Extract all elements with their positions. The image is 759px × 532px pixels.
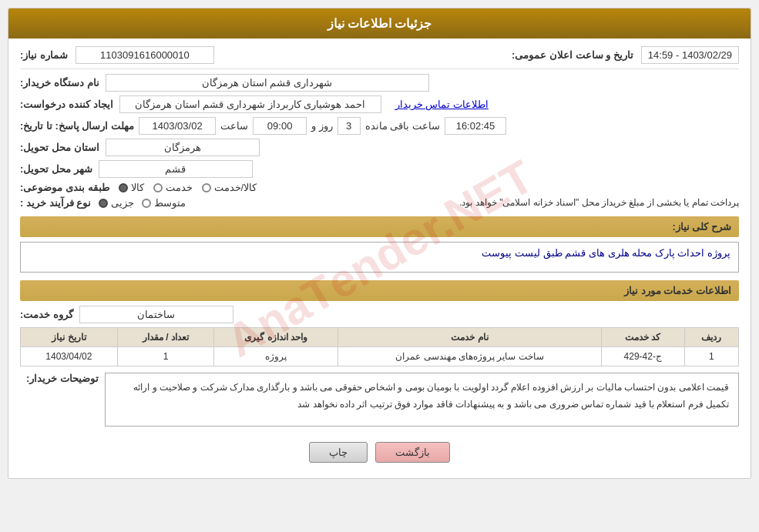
category-label: طبقه بندی موضوعی: [20,182,109,193]
announce-group: 1403/02/29 - 14:59 تاریخ و ساعت اعلان عم… [512,46,739,64]
page-container: جزئیات اطلاعات نیاز AnaТender.NET 1403/0… [0,0,759,532]
creator-value: احمد هوشیاری کاربرداز شهرداری قشم استان … [119,95,381,113]
category-khidmat-label: خدمت [166,182,193,193]
deadline-time-label: ساعت [220,120,248,132]
announce-label: تاریخ و ساعت اعلان عمومی: [512,49,633,61]
process-label: نوع فرآیند خرید : [20,197,91,209]
deadline-days-label: روز و [311,120,333,132]
print-button[interactable]: چاپ [309,442,368,463]
category-kala-radio[interactable] [119,183,128,192]
buyer-notes-box: قیمت اعلامی بدون احتساب مالیات بر ارزش ا… [105,373,739,427]
service-group-row: ساختمان گروه خدمت: [20,306,739,323]
col-header-qty: تعداد / مقدار [117,328,214,347]
deadline-remain-value: 16:02:45 [445,117,506,135]
creator-label: ایجاد کننده درخواست: [20,99,113,110]
back-button[interactable]: بازگشت [375,442,450,463]
description-box: پروژه احداث پارک محله هلری های قشم طبق ل… [20,242,739,273]
description-value: پروژه احداث پارک محله هلری های قشم طبق ل… [482,247,730,259]
cell-row: 1 [684,347,738,366]
col-header-unit: واحد اندازه گیری [214,328,338,347]
description-label: شرح کلی نیاز: [672,221,731,233]
announce-value: 1403/02/29 - 14:59 [641,46,739,64]
service-group-value: ساختمان [79,306,233,323]
province-row: هرمزگان استان محل تحویل: [20,139,739,156]
deadline-remain-label: ساعت باقی مانده [365,120,440,132]
deadline-label: مهلت ارسال پاسخ: تا تاریخ: [20,120,134,132]
col-header-row: ردیف [684,328,738,347]
process-small-label: جزیی [111,197,134,209]
col-header-name: نام خدمت [338,328,601,347]
city-label: شهر محل تحویل: [20,163,92,175]
process-medium-radio[interactable] [142,199,151,208]
need-number-label: شماره نیاز: [20,49,68,61]
creator-row: اطلاعات تماس خریدار احمد هوشیاری کاربردا… [20,95,739,113]
services-section-label: اطلاعات خدمات مورد نیاز [624,285,731,296]
category-khidmat-radio[interactable] [153,183,163,192]
notes-row: قیمت اعلامی بدون احتساب مالیات بر ارزش ا… [20,373,739,433]
page-title: جزئیات اطلاعات نیاز [327,17,432,30]
process-note: پرداخت تمام یا بخشی از مبلغ خریداز محل "… [193,197,739,208]
buyer-org-label: نام دستگاه خریدار: [20,77,99,89]
cell-date: 1403/04/02 [21,347,118,366]
col-header-code: کد خدمت [601,328,684,347]
cell-unit: پروژه [214,347,338,366]
category-row: کالا/خدمت خدمت کالا طبقه بندی موضوعی: [20,182,739,193]
action-buttons: بازگشت چاپ [20,442,739,470]
category-khidmat: خدمت [153,182,193,193]
category-kala-khidmat: کالا/خدمت [202,182,257,193]
top-info-row: 1403/02/29 - 14:59 تاریخ و ساعت اعلان عم… [20,46,739,69]
category-kala-khidmat-radio[interactable] [202,183,211,192]
process-radios: متوسط جزیی نوع فرآیند خرید : [20,197,186,209]
card-header: جزئیات اطلاعات نیاز [8,8,751,38]
buyer-notes-label: توضیحات خریدار: [26,373,99,384]
process-medium: متوسط [142,197,186,209]
need-number-value: 1103091616000010 [76,46,214,64]
category-kala-khidmat-label: کالا/خدمت [214,182,257,193]
contact-link[interactable]: اطلاعات تماس خریدار [395,99,489,110]
process-row: پرداخت تمام یا بخشی از مبلغ خریداز محل "… [20,197,739,209]
deadline-time-value: 09:00 [253,117,307,135]
deadline-row: 16:02:45 ساعت باقی مانده 3 روز و 09:00 س… [20,117,739,135]
buyer-org-value: شهرداری قشم استان هرمزگان [106,74,429,92]
cell-qty: 1 [117,347,214,366]
table-row: 1 ج-42-429 ساخت سایر پروژه‌های مهندسی عم… [21,347,739,366]
deadline-date-value: 1403/03/02 [139,117,216,135]
buyer-notes-text: قیمت اعلامی بدون احتساب مالیات بر ارزش ا… [133,382,729,410]
process-small: جزیی [99,197,134,209]
province-value: هرمزگان [106,139,260,156]
cell-name: ساخت سایر پروژه‌های مهندسی عمران [338,347,601,366]
need-number-group: 1103091616000010 شماره نیاز: [20,46,214,64]
city-value: قشم [99,160,253,178]
province-label: استان محل تحویل: [20,142,99,153]
service-group-label: گروه خدمت: [20,309,73,320]
category-kala: کالا [119,182,144,193]
description-section-header: شرح کلی نیاز: [20,216,739,237]
services-table: ردیف کد خدمت نام خدمت واحد اندازه گیری ت… [20,327,739,366]
category-kala-label: کالا [131,182,144,193]
cell-code: ج-42-429 [601,347,684,366]
buyer-org-row: شهرداری قشم استان هرمزگان نام دستگاه خری… [20,74,739,92]
city-row: قشم شهر محل تحویل: [20,160,739,178]
process-medium-label: متوسط [154,197,186,209]
col-header-date: تاریخ نیاز [21,328,118,347]
card-body: AnaТender.NET 1403/02/29 - 14:59 تاریخ و… [8,38,751,478]
process-small-radio[interactable] [99,199,108,208]
main-card: جزئیات اطلاعات نیاز AnaТender.NET 1403/0… [8,8,751,479]
services-section-header: اطلاعات خدمات مورد نیاز [20,280,739,301]
deadline-days-value: 3 [338,117,361,135]
